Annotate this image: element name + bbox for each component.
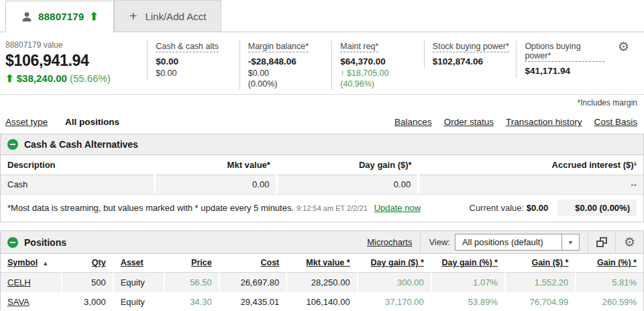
plus-icon: + [129, 9, 138, 24]
gain-amount: $38,240.00 [17, 73, 67, 84]
metric-stock-buying-power: Stock buying power* $102,874.06 [424, 40, 517, 69]
cash-header-row: Description Mkt value* Day gain ($)* Acc… [1, 155, 643, 175]
cash-row: Cash 0.00 0.00 -- [1, 175, 643, 194]
metric-subpercent: (0.00%) [248, 79, 328, 89]
divider [615, 231, 616, 253]
account-value-label: 88807179 value [5, 40, 147, 50]
metric-options-buying-power: Options buying power* $41,171.94 [516, 40, 608, 78]
col-price[interactable]: Price [164, 254, 219, 272]
day-gain-dollar-cell: 37,170.00 [358, 292, 431, 311]
update-now-link[interactable]: Update now [374, 203, 421, 213]
gain-percent-cell: 5.81% [576, 272, 643, 292]
metric-value: $41,171.94 [525, 66, 604, 76]
gain-percent-cell: 260.59% [576, 292, 643, 311]
order-status-link[interactable]: Order status [444, 117, 494, 127]
position-row-celh: CELH 500 Equity 56.50 26,697.80 28,250.0… [1, 272, 643, 292]
account-number: 88807179 [38, 11, 84, 22]
positions-section-title: Positions [24, 237, 66, 248]
all-positions-label: All positions [65, 117, 119, 127]
tab-link-add-label: Link/Add Acct [145, 11, 206, 22]
col-accrued-interest: Accrued interest ($)¹ [419, 155, 643, 175]
streaming-timestamp: 9:12:54 am ET 2/2/21 [297, 204, 368, 212]
col-gain-percent[interactable]: Gain (%) * [576, 254, 643, 272]
divider [420, 231, 421, 253]
divider [588, 231, 588, 253]
metric-margin-balance: Margin balance* -$28,848.06 $0.00 (0.00%… [239, 40, 332, 90]
metric-label[interactable]: Stock buying power* [433, 42, 509, 52]
metric-value: -$28,848.06 [248, 56, 328, 66]
qty-cell: 3,000 [62, 292, 113, 311]
cash-section-header: Cash & Cash Alternatives [1, 134, 643, 155]
symbol-link[interactable]: SAVA [7, 297, 30, 307]
account-value: $106,941.94 [5, 52, 147, 70]
popout-icon[interactable] [596, 237, 607, 247]
col-day-gain: Day gain ($)* [277, 155, 419, 175]
col-day-gain-dollar[interactable]: Day gain ($) * [358, 254, 431, 272]
tab-account[interactable]: 88807179 ⬆ [5, 1, 114, 32]
positions-controls: Microcharts View: All positions (default… [367, 231, 637, 253]
minus-glyph [10, 242, 15, 243]
chevron-down-icon[interactable]: ▾ [561, 234, 579, 250]
account-summary-band: 88807179 value $106,941.94 ⬆ $38,240.00 … [0, 32, 644, 94]
nav-left: Asset type All positions [5, 117, 119, 127]
col-qty[interactable]: Qty [62, 254, 113, 272]
account-page: 88807179 ⬆ + Link/Add Acct 88807179 valu… [0, 0, 644, 311]
mkt-value-cell: 106,140.00 [286, 292, 357, 311]
metric-label[interactable]: Cash & cash alts [156, 42, 219, 52]
col-mkt-value: Mkt value* [155, 155, 277, 175]
streaming-note: *Most data is streaming, but values mark… [7, 203, 294, 213]
metric-subvalue: $0.00 [248, 69, 328, 78]
metric-subpercent: (40.96%) [340, 79, 420, 89]
metric-subvalue: ↑ $18,705.00 [340, 69, 420, 78]
current-value-group: Current value: $0.00 $0.00 (0.00%) [470, 199, 637, 216]
summary-settings: ⚙ [608, 40, 639, 54]
asset-cell: Equity [113, 292, 165, 311]
metric-label[interactable]: Margin balance* [248, 42, 309, 52]
gain-dollar-cell: 76,704.99 [505, 292, 576, 311]
gear-icon[interactable]: ⚙ [618, 40, 629, 54]
cash-day-gain: 0.00 [277, 175, 419, 194]
balances-link[interactable]: Balances [394, 117, 432, 127]
metric-label[interactable]: Maint req* [340, 42, 378, 52]
metric-value: $64,370.00 [340, 56, 420, 66]
col-asset[interactable]: Asset [113, 254, 165, 272]
collapse-icon[interactable] [7, 237, 18, 248]
account-gain: ⬆ $38,240.00 (55.66%) [5, 73, 147, 85]
account-up-arrow-icon: ⬆ [89, 10, 98, 23]
metric-value: $0.00 [156, 56, 235, 66]
col-day-gain-percent[interactable]: Day gain (%) * [431, 254, 505, 272]
popout-square-front [596, 240, 604, 247]
col-cost[interactable]: Cost [219, 254, 287, 272]
metric-label[interactable]: Options buying power* [525, 42, 604, 62]
col-mkt-value[interactable]: Mkt value * [286, 254, 357, 272]
asset-type-link[interactable]: Asset type [5, 117, 48, 127]
gain-dollar-cell: 1,552.20 [505, 272, 576, 292]
person-icon [21, 11, 33, 22]
positions-nav-row: Asset type All positions Balances Order … [0, 107, 644, 134]
transaction-history-link[interactable]: Transaction history [506, 117, 582, 127]
sort-asc-icon: ▲ [42, 260, 48, 267]
cash-mkt-value: 0.00 [155, 175, 277, 194]
col-gain-dollar[interactable]: Gain ($) * [505, 254, 576, 272]
price-cell: 34.30 [164, 292, 219, 311]
metric-subvalue: $0.00 [156, 69, 235, 78]
cash-section: Cash & Cash Alternatives Description Mkt… [0, 134, 644, 222]
metric-maint-req: Maint req* $64,370.00 ↑ $18,705.00 (40.9… [331, 40, 424, 90]
symbol-link[interactable]: CELH [7, 277, 31, 287]
account-tab-bar: 88807179 ⬆ + Link/Add Acct [0, 0, 644, 32]
col-symbol[interactable]: Symbol▲ [1, 254, 62, 272]
positions-section-header: Positions Microcharts View: All position… [1, 231, 643, 254]
microcharts-link[interactable]: Microcharts [367, 237, 412, 247]
metric-value: $102,874.06 [433, 56, 513, 66]
tab-link-add-account[interactable]: + Link/Add Acct [114, 0, 222, 32]
asset-cell: Equity [113, 272, 165, 292]
cost-cell: 29,435.01 [219, 292, 287, 311]
position-row-sava: SAVA 3,000 Equity 34.30 29,435.01 106,14… [1, 292, 643, 311]
current-total: $0.00 (0.00%) [557, 199, 637, 216]
cost-basis-link[interactable]: Cost Basis [594, 117, 637, 127]
day-gain-percent-cell: 53.89% [431, 292, 505, 311]
view-dropdown[interactable]: All positions (default) ▾ [455, 234, 580, 251]
collapse-icon[interactable] [7, 139, 18, 150]
gear-icon[interactable]: ⚙ [624, 236, 635, 249]
symbol-cell: CELH [1, 272, 62, 292]
